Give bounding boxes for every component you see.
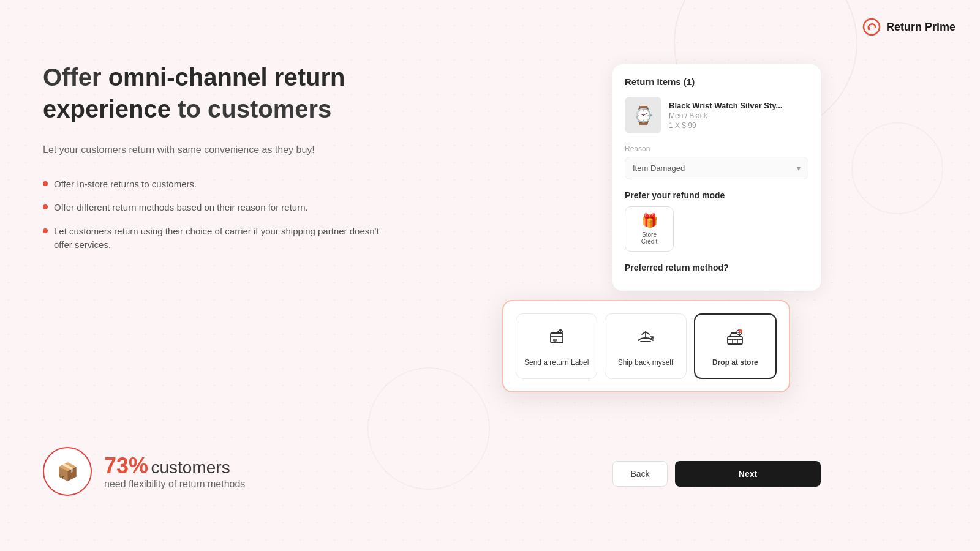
stats-sub-label: need flexibility of return methods bbox=[104, 479, 245, 490]
bullet-dot-2 bbox=[43, 204, 48, 209]
bullet-text-2: Offer different return methods based on … bbox=[54, 201, 308, 215]
refund-section: Prefer your refund mode 🎁 Store Credit bbox=[625, 190, 809, 252]
bg-circle-3 bbox=[851, 122, 943, 214]
reason-dropdown[interactable]: Item Damaged ▾ bbox=[625, 157, 809, 179]
return-card: Return Items (1) ⌚ Black Wrist Watch Sil… bbox=[612, 64, 821, 291]
return-method-title: Preferred return method? bbox=[625, 263, 809, 272]
stats-main-line: 73% customers bbox=[104, 453, 245, 479]
dropdown-arrow-icon: ▾ bbox=[797, 164, 801, 173]
logo-icon bbox=[862, 17, 881, 37]
bg-circle-2 bbox=[368, 367, 490, 490]
store-credit-label: Store Credit bbox=[634, 231, 665, 245]
left-content: Offer omni-channel return experience to … bbox=[43, 61, 386, 262]
method-card-ship[interactable]: Ship back myself bbox=[605, 313, 686, 379]
store-credit-icon: 🎁 bbox=[641, 213, 658, 229]
card-title: Return Items (1) bbox=[625, 77, 809, 87]
method-label-ship: Ship back myself bbox=[618, 358, 674, 367]
bullet-item-3: Let customers return using their choice … bbox=[43, 225, 386, 252]
bullet-text-3: Let customers return using their choice … bbox=[54, 225, 386, 252]
headline: Offer omni-channel return experience to … bbox=[43, 61, 386, 125]
stats-block: 📦 73% customers need flexibility of retu… bbox=[43, 447, 245, 496]
bullet-item-2: Offer different return methods based on … bbox=[43, 201, 386, 215]
product-row: ⌚ Black Wrist Watch Silver Sty... Men / … bbox=[625, 97, 809, 133]
headline-part2: to customers bbox=[171, 96, 331, 122]
stats-icon-container: 📦 bbox=[43, 447, 92, 496]
refund-title: Prefer your refund mode bbox=[625, 190, 809, 200]
svg-rect-1 bbox=[551, 333, 563, 343]
reason-label: Reason bbox=[625, 144, 809, 153]
stats-icon: 📦 bbox=[57, 462, 78, 482]
back-button[interactable]: Back bbox=[612, 461, 668, 487]
headline-part1: Offer bbox=[43, 64, 108, 91]
method-icon-drop bbox=[724, 326, 746, 352]
product-price: 1 X $ 99 bbox=[669, 121, 782, 130]
stats-customers-label: customers bbox=[151, 458, 230, 477]
logo-text: Return Prime bbox=[886, 21, 956, 34]
method-label-label: Send a return Label bbox=[524, 358, 589, 367]
stats-text: 73% customers need flexibility of return… bbox=[104, 453, 245, 490]
bullet-dot-3 bbox=[43, 228, 48, 233]
bullet-list: Offer In-store returns to customers. Off… bbox=[43, 178, 386, 252]
method-card-drop[interactable]: Drop at store bbox=[694, 313, 777, 379]
method-icon-ship bbox=[635, 326, 657, 352]
bullet-item-1: Offer In-store returns to customers. bbox=[43, 178, 386, 192]
method-label-drop: Drop at store bbox=[712, 358, 758, 367]
bullet-text-1: Offer In-store returns to customers. bbox=[54, 178, 197, 192]
product-info: Black Wrist Watch Silver Sty... Men / Bl… bbox=[669, 101, 782, 130]
card-buttons: Back Next bbox=[612, 461, 821, 487]
product-variant: Men / Black bbox=[669, 111, 782, 120]
stats-percent: 73% bbox=[104, 453, 148, 478]
svg-rect-2 bbox=[554, 339, 556, 341]
subheadline: Let your customers return with same conv… bbox=[43, 142, 386, 158]
method-card-label[interactable]: Send a return Label bbox=[516, 313, 597, 379]
product-name: Black Wrist Watch Silver Sty... bbox=[669, 101, 782, 110]
logo: Return Prime bbox=[862, 17, 956, 37]
method-overlay: Send a return Label Ship back myself bbox=[502, 300, 790, 392]
svg-rect-3 bbox=[728, 337, 742, 344]
svg-point-0 bbox=[864, 19, 880, 35]
bullet-dot-1 bbox=[43, 181, 48, 186]
reason-section: Reason Item Damaged ▾ bbox=[625, 144, 809, 179]
product-image: ⌚ bbox=[625, 97, 662, 133]
next-button[interactable]: Next bbox=[675, 461, 821, 487]
reason-value: Item Damaged bbox=[633, 163, 685, 173]
store-credit-option[interactable]: 🎁 Store Credit bbox=[625, 206, 674, 252]
method-icon-label bbox=[546, 326, 568, 352]
